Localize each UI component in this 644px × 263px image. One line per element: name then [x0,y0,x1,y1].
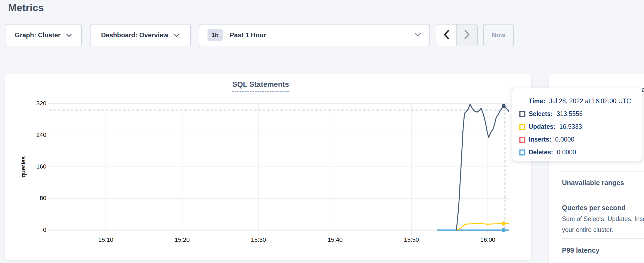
sidebar-description-line: your entire cluster. [562,226,613,234]
chevron-down-icon [174,31,180,39]
graph-scope-dropdown[interactable]: Graph: Cluster [5,24,82,46]
page-title: Metrics [8,2,44,14]
chart-title[interactable]: SQL Statements [232,80,289,92]
tooltip-series-row: Inserts: 0.0000 [519,136,642,143]
time-range-label: Past 1 Hour [230,31,266,39]
y-axis-tick: 0 [19,226,46,234]
x-axis-tick: 15:10 [87,236,125,244]
previous-time-button[interactable] [436,25,456,46]
now-button[interactable]: Now [483,24,514,46]
chevron-down-icon [66,31,72,39]
graph-scope-dropdown-label: Graph: Cluster [15,31,61,39]
chevron-right-icon [464,30,470,41]
x-axis-tick: 15:30 [239,236,278,244]
dashboard-dropdown-label: Dashboard: Overview [101,31,168,39]
tooltip-series-row: Updates: 16.5333 [519,123,642,130]
divider [562,238,644,239]
dashboard-dropdown[interactable]: Dashboard: Overview [90,24,191,46]
time-range-selector[interactable]: 1h Past 1 Hour [199,24,430,46]
tooltip-series-value: 16.5333 [559,123,582,130]
x-axis-tick: 15:40 [316,236,354,244]
sidebar-heading-p99-latency: P99 latency [562,246,600,254]
tooltip-time-row: Time: Jul 28, 2022 at 16:02:00 UTC [529,98,642,105]
x-axis-tick: 15:50 [392,236,431,244]
tooltip-series-label: Deletes: [529,149,553,156]
x-axis-tick: 16:00 [469,236,507,244]
tooltip-series-row: Deletes: 0.0000 [519,149,642,156]
sidebar-description-line: Sum of Selects, Updates, Inser [562,215,644,223]
chevron-down-icon [414,32,421,38]
next-time-button[interactable] [456,25,477,46]
chevron-left-icon [443,30,450,41]
y-axis-tick: 320 [19,99,46,108]
tooltip-series-label: Updates: [529,123,555,130]
tooltip-time-label: Time: [529,97,545,105]
divider [562,171,644,172]
tooltip-series-label: Inserts: [529,136,551,143]
time-step-button-group [436,24,478,46]
time-range-badge: 1h [207,29,223,41]
tooltip-series-label: Selects: [529,110,553,118]
deletes-series-swatch-icon [519,149,525,155]
sidebar-heading-queries-per-second: Queries per second [562,204,625,212]
x-axis-tick: 15:20 [163,236,201,244]
y-axis-tick: 80 [19,194,46,202]
divider [562,196,644,196]
updates-series-swatch-icon [519,124,525,130]
tooltip-time-value: Jul 28, 2022 at 16:02:00 UTC [549,97,631,105]
sidebar-heading-unavailable-ranges: Unavailable ranges [562,179,624,187]
chart-hover-tooltip: Time: Jul 28, 2022 at 16:02:00 UTC Selec… [512,88,642,161]
sql-statements-chart-card [5,74,532,260]
selects-series-swatch-icon [519,111,525,117]
tooltip-series-value: 0.0000 [555,136,574,143]
tooltip-series-row: Selects: 313.5556 [519,111,642,117]
tooltip-series-value: 0.0000 [557,149,576,156]
tooltip-series-value: 313.5556 [556,110,583,118]
y-axis-label: queries [20,145,28,189]
y-axis-tick: 240 [19,131,46,139]
inserts-series-swatch-icon [519,137,525,143]
